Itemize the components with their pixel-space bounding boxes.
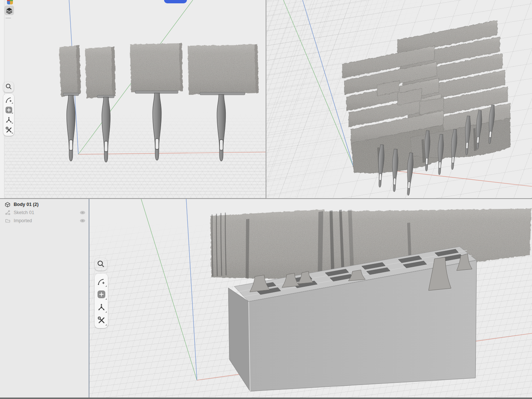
plus-icon [98,290,105,298]
adjust-tool-button[interactable] [95,314,108,327]
move-gizmo-icon [97,303,106,312]
sidebar-item-imported[interactable]: Imported [0,217,89,225]
sidebar-item-body[interactable]: Body 01 (2) [0,200,89,209]
sketch-arc-icon [97,278,105,286]
layers-panel-button[interactable] [4,6,14,15]
plus-icon [6,107,12,113]
move-tool-button[interactable] [95,301,108,314]
sidebar-item-sketch[interactable]: Sketch 01 [0,209,89,217]
move-gizmo-icon [5,116,13,124]
item-label: Imported [14,218,79,223]
tool-group [95,274,108,328]
logo-quadrant [7,1,10,4]
viewport-perspective[interactable] [89,199,532,399]
sketch-arc-icon [5,96,12,103]
add-tool-button[interactable] [95,288,108,301]
search-icon [97,260,105,268]
item-label: Body 01 (2) [14,202,86,207]
cube-icon [5,202,10,207]
zoom-search-button[interactable] [3,82,14,92]
viewport-toolbar-perspective [95,258,108,328]
search-icon [5,83,12,90]
tools-icon [5,126,13,134]
tools-icon [97,316,106,324]
viewport-iso[interactable] [266,0,532,198]
viewport-divider-vertical[interactable] [266,0,266,199]
sketch-tool-button[interactable] [3,95,14,105]
sketch-tool-button[interactable] [95,275,108,288]
zoom-search-button[interactable] [95,258,107,271]
layers-icon [5,6,14,15]
move-tool-button[interactable] [3,115,14,125]
logo-quadrant [10,1,13,4]
visibility-eye-icon[interactable] [79,210,86,215]
item-label: Sketch 01 [14,210,79,215]
bottom-edge-strip [0,398,532,399]
add-tool-button[interactable] [3,105,14,115]
ground-grid [0,111,266,198]
adjust-tool-button[interactable] [3,125,14,135]
app-logo-icon[interactable] [7,0,13,4]
visibility-eye-icon[interactable] [79,219,86,223]
tool-group [3,94,14,136]
sketch-nodes-icon [5,210,10,216]
sidebar-border [89,199,89,399]
cad-window: Body 01 (2) Sketch 01 [0,0,532,399]
folder-icon [5,218,10,224]
top-toolbar-active-tab[interactable] [164,0,187,3]
viewport-divider-horizontal[interactable] [0,198,532,199]
viewport-front[interactable] [0,0,266,198]
ground-grid [89,221,532,399]
ground-grid-fine [266,0,532,198]
rail-divider [6,18,11,18]
items-panel: Body 01 (2) Sketch 01 [0,199,89,399]
viewport-toolbar-front [3,82,14,136]
